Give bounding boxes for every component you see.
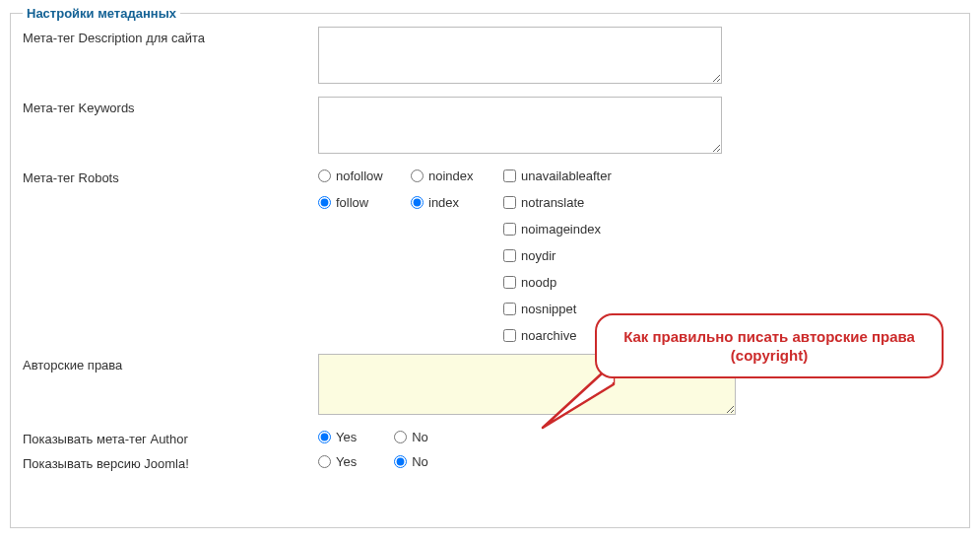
- robots-opt-follow[interactable]: follow: [318, 193, 411, 211]
- radio-follow[interactable]: [318, 196, 331, 209]
- row-show-author: Показывать мета-тег Author Yes No: [23, 428, 957, 446]
- radio-show-author-yes[interactable]: [318, 431, 331, 443]
- robots-opt-noimageindex[interactable]: noimageindex: [503, 220, 661, 237]
- robots-opt-noydir[interactable]: noydir: [503, 246, 661, 264]
- checkbox-notranslate-label: notranslate: [521, 195, 584, 210]
- fieldset-legend: Настройки метаданных: [23, 6, 180, 21]
- radio-nofollow[interactable]: [318, 169, 331, 182]
- robots-opt-noodp[interactable]: noodp: [503, 273, 661, 291]
- checkbox-noodp-label: noodp: [521, 275, 556, 290]
- robots-opt-nofollow[interactable]: nofollow: [318, 167, 411, 184]
- radio-show-joomla-yes[interactable]: [318, 455, 331, 468]
- radio-show-joomla-no-label: No: [412, 454, 428, 469]
- radio-show-author-yes-label: Yes: [336, 430, 357, 444]
- radio-show-joomla-no[interactable]: [394, 455, 407, 468]
- robots-opt-notranslate[interactable]: notranslate: [503, 193, 661, 211]
- checkbox-noimageindex[interactable]: [503, 223, 516, 236]
- checkbox-noydir-label: noydir: [521, 248, 555, 263]
- show-author-no[interactable]: No: [394, 428, 428, 445]
- meta-keywords-textarea[interactable]: [318, 97, 722, 154]
- radio-noindex[interactable]: [411, 169, 424, 182]
- label-copyright: Авторские права: [23, 354, 318, 373]
- label-show-author: Показывать мета-тег Author: [23, 428, 318, 446]
- checkbox-nosnippet-label: nosnippet: [521, 302, 576, 316]
- row-show-joomla: Показывать версию Joomla! Yes No: [23, 452, 957, 471]
- robots-opt-noindex[interactable]: noindex: [411, 167, 503, 184]
- radio-noindex-label: noindex: [428, 169, 474, 183]
- checkbox-notranslate[interactable]: [503, 196, 516, 209]
- row-meta-keywords: Мета-тег Keywords: [23, 97, 957, 157]
- annotation-callout-text: Как правильно писать авторские права (co…: [613, 327, 926, 366]
- meta-description-textarea[interactable]: [318, 27, 722, 84]
- show-joomla-no[interactable]: No: [394, 452, 428, 470]
- show-author-yes[interactable]: Yes: [318, 428, 357, 445]
- radio-index[interactable]: [411, 196, 424, 209]
- checkbox-noarchive[interactable]: [503, 329, 516, 342]
- robots-opt-unavailableafter[interactable]: unavailableafter: [503, 167, 661, 184]
- radio-show-joomla-yes-label: Yes: [336, 454, 357, 469]
- radio-show-author-no[interactable]: [394, 431, 407, 443]
- radio-index-label: index: [428, 195, 459, 210]
- show-joomla-yes[interactable]: Yes: [318, 452, 357, 470]
- checkbox-unavailableafter[interactable]: [503, 169, 516, 182]
- label-meta-keywords: Мета-тег Keywords: [23, 97, 318, 115]
- annotation-callout: Как правильно писать авторские права (co…: [595, 313, 944, 378]
- row-meta-description: Мета-тег Description для сайта: [23, 27, 957, 87]
- robots-opt-index[interactable]: index: [411, 193, 503, 211]
- radio-show-author-no-label: No: [412, 430, 428, 444]
- label-show-joomla: Показывать версию Joomla!: [23, 452, 318, 471]
- metadata-settings-fieldset: Настройки метаданных Мета-тег Descriptio…: [10, 6, 970, 528]
- checkbox-noodp[interactable]: [503, 276, 516, 289]
- checkbox-nosnippet[interactable]: [503, 303, 516, 315]
- label-meta-robots: Мета-тег Robots: [23, 167, 318, 185]
- radio-follow-label: follow: [336, 195, 368, 210]
- checkbox-noarchive-label: noarchive: [521, 328, 576, 343]
- checkbox-noydir[interactable]: [503, 249, 516, 262]
- radio-nofollow-label: nofollow: [336, 169, 383, 183]
- checkbox-noimageindex-label: noimageindex: [521, 222, 601, 237]
- label-meta-description: Мета-тег Description для сайта: [23, 27, 318, 45]
- checkbox-unavailableafter-label: unavailableafter: [521, 169, 612, 183]
